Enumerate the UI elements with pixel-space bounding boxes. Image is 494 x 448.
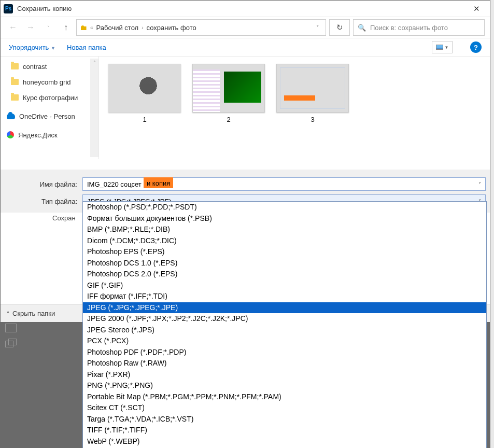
sidebar: contrast honeycomb grid Курс фотографии … (1, 57, 99, 159)
filetype-option[interactable]: Формат больших документов (*.PSB) (83, 213, 486, 225)
thumb-label: 3 (310, 116, 314, 123)
filetype-option[interactable]: TIFF (*.TIF;*.TIFF) (83, 425, 486, 436)
body-area: contrast honeycomb grid Курс фотографии … (1, 57, 490, 159)
sidebar-item-contrast[interactable]: contrast (1, 59, 90, 74)
photoshop-icon: Ps (4, 4, 13, 13)
crumb-folder[interactable]: сохранить фото (147, 24, 196, 32)
file-thumb-1[interactable]: 1 (108, 64, 181, 123)
filetype-option[interactable]: Scitex CT (*.SCT) (83, 402, 486, 414)
content-grid: 1 2 3 (99, 57, 490, 159)
sidebar-item-yandex[interactable]: Яндекс.Диск (1, 127, 90, 143)
sidebar-item-course[interactable]: Курс фотографии (1, 90, 90, 105)
sidebar-item-label: Курс фотографии (23, 94, 78, 102)
folder-icon (11, 63, 19, 69)
filetype-option[interactable]: Photoshop DCS 1.0 (*.EPS) (83, 258, 486, 269)
titlebar: Ps Сохранить копию ✕ (1, 1, 490, 17)
filetype-option[interactable]: Targa (*.TGA;*.VDA;*.ICB;*.VST) (83, 414, 486, 425)
file-thumb-2[interactable]: 2 (192, 64, 265, 123)
scroll-up-icon[interactable]: ˄ (90, 59, 98, 67)
right-edge-strip (490, 0, 494, 448)
filename-highlight: и копия (144, 177, 173, 188)
thumb-preview (108, 64, 181, 113)
hide-folders-label: Скрыть папки (12, 310, 55, 317)
back-button[interactable]: ← (6, 20, 20, 35)
thumb-preview (192, 64, 265, 113)
sidebar-item-onedrive[interactable]: OneDrive - Person (1, 108, 90, 124)
help-button[interactable]: ? (470, 41, 482, 53)
organize-menu[interactable]: Упорядочить ▼ (9, 44, 55, 51)
filetype-option[interactable]: PCX (*.PCX) (83, 335, 486, 347)
filetype-option[interactable]: IFF формат (*.IFF;*.TDI) (83, 291, 486, 302)
chevron-icon: « (90, 25, 93, 31)
recent-dropdown[interactable]: ˅ (41, 20, 55, 35)
close-button[interactable]: ✕ (466, 4, 487, 13)
folder-icon (11, 79, 19, 85)
thumbnail-icon (436, 45, 443, 50)
yandex-disk-icon (7, 131, 14, 138)
onedrive-icon (7, 114, 15, 119)
search-box[interactable]: 🔍 Поиск в: сохранить фото (353, 19, 485, 36)
new-folder-button[interactable]: Новая папка (67, 44, 106, 51)
view-mode-button[interactable]: ▼ (432, 41, 453, 53)
filetype-option[interactable]: WebP (*.WEBP) (83, 436, 486, 447)
up-button[interactable]: ↑ (59, 20, 73, 35)
screen-icon[interactable] (5, 324, 17, 332)
refresh-button[interactable]: ↻ (329, 19, 350, 36)
filename-input[interactable]: IMG_0220 соцсет и копия ˅ (82, 177, 486, 191)
chevron-down-icon[interactable]: ˅ (478, 181, 481, 187)
filetype-option[interactable]: Photoshop (*.PSD;*.PDD;*.PSDT) (83, 202, 486, 213)
breadcrumb[interactable]: 🖿 « Рабочий стол › сохранить фото ˅ (76, 19, 326, 36)
ps-letters: Ps (5, 6, 11, 11)
filetype-option[interactable]: JPEG Stereo (*.JPS) (83, 325, 486, 336)
crumb-desktop[interactable]: Рабочий стол (96, 24, 139, 32)
thumb-preview (276, 64, 349, 113)
sidebar-tree: contrast honeycomb grid Курс фотографии … (1, 59, 90, 157)
sidebar-item-label: honeycomb grid (23, 78, 71, 86)
sidebar-scrollbar[interactable]: ˄ (90, 59, 98, 157)
filetype-option[interactable]: Photoshop DCS 2.0 (*.EPS) (83, 269, 486, 280)
filetype-label: Тип файла: (5, 198, 82, 205)
folder-icon: 🖿 (80, 23, 87, 32)
chevron-down-icon: ▼ (445, 45, 449, 50)
sidebar-item-label: Яндекс.Диск (18, 131, 58, 139)
app-side-icons (5, 324, 17, 347)
thumb-label: 2 (227, 116, 230, 123)
forward-button[interactable]: → (23, 20, 38, 35)
filetype-option[interactable]: JPEG 2000 (*.JPF;*.JPX;*.JP2;*.J2C;*.J2K… (83, 313, 486, 325)
file-thumb-3[interactable]: 3 (276, 64, 349, 123)
save-section-label: Сохран (52, 214, 76, 222)
filetype-option[interactable]: Pixar (*.PXR) (83, 369, 486, 381)
filename-row: Имя файла: IMG_0220 соцсет и копия ˅ (5, 176, 486, 192)
filetype-option[interactable]: Dicom (*.DCM;*.DC3;*.DIC) (83, 235, 486, 247)
chevron-up-icon: ˄ (7, 311, 9, 316)
nav-row: ← → ˅ ↑ 🖿 « Рабочий стол › сохранить фот… (1, 17, 490, 38)
sidebar-item-honeycomb[interactable]: honeycomb grid (1, 74, 90, 90)
search-icon: 🔍 (358, 24, 366, 32)
filetype-option[interactable]: Photoshop EPS (*.EPS) (83, 246, 486, 258)
filetype-option[interactable]: JPEG (*.JPG;*.JPEG;*.JPE) (83, 302, 486, 314)
sidebar-item-label: OneDrive - Person (19, 113, 75, 120)
filetype-option[interactable]: BMP (*.BMP;*.RLE;*.DIB) (83, 224, 486, 235)
folder-icon (11, 94, 19, 101)
filename-label: Имя файла: (5, 180, 82, 188)
search-placeholder: Поиск в: сохранить фото (370, 24, 448, 32)
sidebar-item-label: contrast (23, 63, 47, 71)
filename-value-prefix: IMG_0220 соцсет (87, 180, 142, 188)
toolbar: Упорядочить ▼ Новая папка ▼ ? (1, 38, 490, 57)
breadcrumb-dropdown[interactable]: ˅ (313, 24, 322, 31)
filetype-option[interactable]: GIF (*.GIF) (83, 280, 486, 291)
save-copy-dialog: Ps Сохранить копию ✕ ← → ˅ ↑ 🖿 « Рабочий… (0, 0, 490, 323)
filetype-option[interactable]: Portable Bit Map (*.PBM;*.PGM;*.PPM;*.PN… (83, 391, 486, 403)
window-title: Сохранить копию (17, 5, 466, 12)
filetype-option[interactable]: Photoshop Raw (*.RAW) (83, 358, 486, 369)
filetype-option[interactable]: Photoshop PDF (*.PDF;*.PDP) (83, 347, 486, 358)
windows-icon[interactable] (5, 339, 17, 347)
filetype-option[interactable]: PNG (*.PNG;*.PNG) (83, 380, 486, 391)
thumb-label: 1 (143, 116, 146, 123)
filetype-dropdown[interactable]: Photoshop (*.PSD;*.PDD;*.PSDT)Формат бол… (82, 201, 487, 448)
chevron-icon: › (142, 25, 143, 31)
